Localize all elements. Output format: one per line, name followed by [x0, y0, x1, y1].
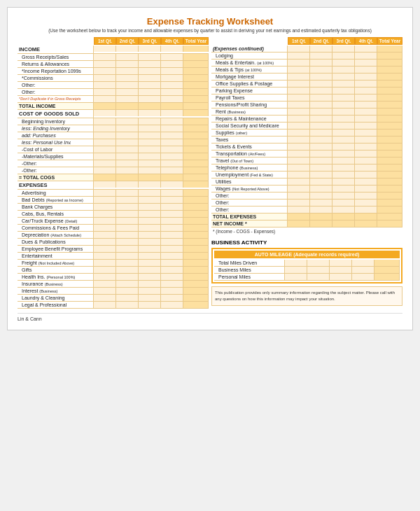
cell[interactable]: [310, 178, 332, 185]
cell[interactable]: [139, 139, 161, 146]
cell[interactable]: [310, 130, 332, 136]
cell[interactable]: [139, 239, 161, 245]
cell[interactable]: [288, 52, 310, 59]
cell[interactable]: [161, 253, 183, 259]
cell[interactable]: [183, 246, 209, 252]
cell[interactable]: [161, 274, 183, 280]
cell[interactable]: [377, 59, 402, 66]
cell[interactable]: [332, 136, 355, 143]
cell[interactable]: [332, 206, 355, 213]
cell[interactable]: [94, 139, 116, 146]
cell[interactable]: [377, 130, 402, 136]
cell[interactable]: [355, 220, 377, 227]
cell[interactable]: [116, 267, 139, 273]
cell[interactable]: [139, 246, 161, 252]
cell[interactable]: [332, 122, 355, 129]
cell[interactable]: [116, 153, 139, 160]
cell[interactable]: [161, 139, 183, 146]
cell[interactable]: [355, 164, 377, 171]
cell[interactable]: [161, 61, 183, 67]
cell[interactable]: [116, 146, 139, 153]
cell[interactable]: [139, 260, 161, 266]
cell[interactable]: [94, 246, 116, 252]
cell[interactable]: [139, 267, 161, 273]
cell[interactable]: [116, 118, 139, 125]
cell[interactable]: [139, 225, 161, 231]
cell[interactable]: [161, 181, 183, 188]
cell[interactable]: [310, 122, 332, 129]
cell[interactable]: [332, 186, 355, 192]
cell[interactable]: [355, 150, 377, 157]
cell[interactable]: [183, 281, 209, 287]
cell[interactable]: [183, 160, 209, 167]
cell[interactable]: [332, 52, 355, 59]
cell[interactable]: [161, 295, 183, 301]
cell[interactable]: [332, 94, 355, 101]
cell[interactable]: [377, 220, 402, 227]
cell[interactable]: [183, 61, 209, 67]
cell[interactable]: [355, 178, 377, 185]
cell[interactable]: [330, 260, 352, 266]
cell[interactable]: [377, 52, 402, 59]
cell[interactable]: [139, 46, 161, 52]
cell[interactable]: [183, 232, 209, 238]
cell[interactable]: [94, 174, 116, 181]
cell[interactable]: [94, 239, 116, 245]
cell[interactable]: [377, 178, 402, 185]
cell[interactable]: [332, 144, 355, 150]
cell[interactable]: [288, 164, 310, 171]
cell[interactable]: [285, 267, 307, 273]
cell[interactable]: [94, 295, 116, 301]
cell[interactable]: [116, 260, 139, 266]
cell[interactable]: [116, 232, 139, 238]
cell[interactable]: [183, 225, 209, 231]
cell[interactable]: [374, 260, 400, 266]
cell[interactable]: [139, 295, 161, 301]
cell[interactable]: [94, 197, 116, 203]
cell[interactable]: [139, 125, 161, 132]
cell[interactable]: [116, 295, 139, 301]
cell[interactable]: [161, 281, 183, 287]
cell[interactable]: [332, 115, 355, 122]
cell[interactable]: [288, 66, 310, 73]
cell[interactable]: [139, 274, 161, 280]
cell[interactable]: [332, 172, 355, 178]
cell[interactable]: [183, 253, 209, 259]
cell[interactable]: [332, 192, 355, 199]
cell[interactable]: [116, 75, 139, 81]
cell[interactable]: [332, 150, 355, 157]
cell[interactable]: [116, 125, 139, 132]
cell[interactable]: [116, 302, 139, 308]
cell[interactable]: [377, 192, 402, 199]
cell[interactable]: [377, 136, 402, 143]
cell[interactable]: [332, 66, 355, 73]
cell[interactable]: [94, 96, 116, 102]
cell[interactable]: [377, 80, 402, 87]
cell[interactable]: [332, 46, 355, 52]
cell[interactable]: [332, 74, 355, 80]
cell[interactable]: [288, 46, 310, 52]
cell[interactable]: [183, 218, 209, 224]
cell[interactable]: [116, 61, 139, 67]
cell[interactable]: [183, 288, 209, 294]
cell[interactable]: [310, 144, 332, 150]
cell[interactable]: [139, 132, 161, 139]
cell[interactable]: [94, 118, 116, 125]
cell[interactable]: [116, 110, 139, 116]
cell[interactable]: [161, 96, 183, 102]
cell[interactable]: [183, 68, 209, 74]
cell[interactable]: [139, 103, 161, 109]
cell[interactable]: [355, 172, 377, 178]
cell[interactable]: [288, 115, 310, 122]
cell[interactable]: [183, 96, 209, 102]
cell[interactable]: [310, 88, 332, 94]
cell[interactable]: [377, 200, 402, 206]
cell[interactable]: [310, 80, 332, 87]
cell[interactable]: [183, 204, 209, 210]
cell[interactable]: [355, 88, 377, 94]
cell[interactable]: [183, 54, 209, 60]
cell[interactable]: [116, 132, 139, 139]
cell[interactable]: [139, 302, 161, 308]
cell[interactable]: [288, 220, 310, 227]
cell[interactable]: [330, 267, 352, 273]
